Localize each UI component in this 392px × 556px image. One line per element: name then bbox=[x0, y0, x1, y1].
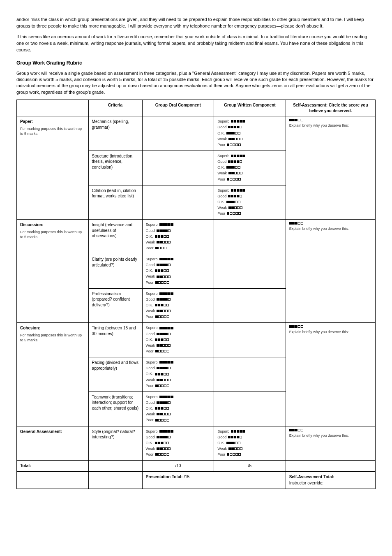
scale-label: Poor bbox=[146, 280, 154, 285]
criteria-item: Timing (between 15 and 30 minutes) bbox=[92, 325, 139, 336]
rating-box bbox=[231, 138, 234, 140]
scale-line: O.K. bbox=[146, 234, 211, 239]
rating-box bbox=[237, 160, 239, 163]
rating-box bbox=[227, 212, 229, 215]
rating-box bbox=[159, 447, 162, 450]
rating-box bbox=[240, 430, 242, 433]
written-cell bbox=[214, 288, 286, 323]
page-root: and/or miss the class in which group pre… bbox=[16, 16, 376, 489]
rating-boxes bbox=[157, 276, 171, 278]
total-written: /5 bbox=[214, 461, 286, 472]
scale-block: SuperbGoodO.K.WeakPoor bbox=[146, 429, 211, 457]
rating-box bbox=[161, 315, 164, 318]
rating-box bbox=[230, 178, 232, 181]
rating-box bbox=[165, 310, 168, 312]
rating-box bbox=[164, 385, 166, 387]
rating-box bbox=[295, 222, 297, 225]
rating-box bbox=[238, 201, 240, 203]
rating-box bbox=[229, 166, 232, 169]
self-explain-prompt: Explain briefly why you deserve this: bbox=[289, 329, 372, 334]
scale-label: Poor bbox=[146, 349, 154, 354]
rating-boxes bbox=[157, 310, 171, 312]
scale-label: Weak bbox=[146, 240, 155, 245]
rating-box bbox=[166, 407, 169, 410]
scale-line: Good bbox=[217, 159, 282, 164]
self-explain-prompt: Explain briefly why you deserve this: bbox=[289, 123, 372, 128]
scale-line: Weak bbox=[146, 343, 211, 348]
rating-box bbox=[157, 436, 159, 438]
rating-box bbox=[164, 315, 166, 318]
rating-box bbox=[162, 401, 165, 404]
scale-line: O.K. bbox=[146, 303, 211, 308]
scale-line: Good bbox=[217, 194, 282, 199]
rating-box bbox=[242, 430, 245, 433]
rating-box bbox=[237, 120, 239, 123]
rating-box bbox=[162, 298, 165, 301]
rating-box bbox=[240, 172, 242, 174]
rating-box bbox=[164, 338, 166, 341]
rating-boxes bbox=[155, 407, 169, 410]
rating-box bbox=[161, 407, 163, 410]
self-explain-prompt: Explain briefly why you deserve this: bbox=[289, 433, 372, 438]
rating-box bbox=[162, 447, 165, 450]
scale-line: Poor bbox=[217, 177, 282, 182]
rating-box bbox=[162, 276, 165, 278]
scale-label: Weak bbox=[146, 308, 155, 313]
self-total-label: Self-Assessment Total: bbox=[289, 474, 372, 480]
rating-box bbox=[227, 178, 229, 181]
rating-box bbox=[301, 325, 303, 328]
rating-box bbox=[164, 247, 166, 249]
rating-box bbox=[165, 241, 168, 243]
rating-box bbox=[167, 419, 169, 422]
rating-box bbox=[166, 235, 169, 238]
rating-box bbox=[240, 160, 242, 163]
rating-box bbox=[164, 304, 166, 306]
scale-line: Superb bbox=[217, 119, 282, 124]
rating-box bbox=[227, 144, 229, 146]
rating-boxes bbox=[155, 269, 169, 272]
rating-box bbox=[238, 178, 241, 181]
scale-line: Superb bbox=[217, 153, 282, 158]
rating-box bbox=[228, 206, 231, 209]
rating-box bbox=[165, 258, 168, 260]
rating-box bbox=[295, 325, 297, 328]
rating-box bbox=[157, 310, 159, 312]
oral-cell: SuperbGoodO.K.WeakPoor bbox=[142, 220, 214, 254]
rating-box bbox=[155, 442, 157, 444]
rating-box bbox=[301, 222, 303, 225]
rating-box bbox=[167, 315, 169, 318]
rating-box bbox=[155, 373, 157, 375]
oral-cell bbox=[142, 151, 214, 185]
rating-boxes bbox=[157, 229, 171, 232]
scale-label: O.K. bbox=[146, 268, 153, 273]
scale-line: Good bbox=[146, 366, 211, 371]
scale-label: O.K. bbox=[146, 371, 153, 376]
scale-line: Superb bbox=[146, 394, 211, 399]
rating-box bbox=[233, 178, 235, 181]
scale-block: SuperbGoodO.K.WeakPoor bbox=[146, 360, 211, 388]
rating-box bbox=[237, 138, 240, 140]
scale-label: Weak bbox=[217, 171, 227, 176]
category-cell: Discussion:For marking purposes this is … bbox=[17, 220, 89, 323]
rating-boxes bbox=[226, 166, 240, 169]
rating-box bbox=[235, 453, 238, 456]
rating-box bbox=[158, 304, 160, 306]
hdr-oral: Group Oral Component bbox=[142, 100, 214, 116]
rating-box bbox=[155, 235, 157, 238]
rating-box bbox=[167, 281, 169, 284]
rating-box bbox=[234, 126, 236, 128]
rating-box bbox=[159, 361, 162, 364]
rating-box bbox=[162, 258, 165, 260]
rating-box bbox=[231, 195, 233, 197]
rating-boxes bbox=[159, 361, 173, 364]
rating-boxes bbox=[155, 235, 169, 238]
scale-block: SuperbGoodO.K.WeakPoor bbox=[217, 119, 282, 147]
rating-boxes bbox=[159, 223, 173, 226]
scale-label: Poor bbox=[217, 142, 225, 147]
rating-box bbox=[168, 430, 171, 433]
rating-box bbox=[238, 144, 241, 146]
rating-box bbox=[165, 413, 168, 415]
rating-boxes bbox=[227, 178, 241, 181]
scale-label: Superb bbox=[146, 222, 158, 227]
category-heading: General Assessment: bbox=[20, 429, 85, 435]
